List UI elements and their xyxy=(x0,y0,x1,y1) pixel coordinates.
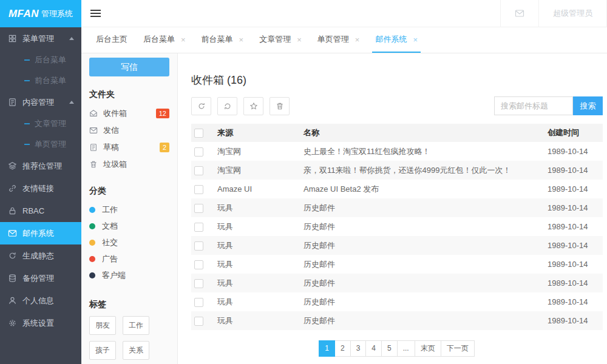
category-label: 文档 xyxy=(102,221,118,232)
sidebar-subitem-label: 单页管理 xyxy=(35,139,66,150)
row-checkbox[interactable] xyxy=(194,298,203,307)
category-dot xyxy=(89,223,95,229)
tag-list: 朋友 工作 孩子 关系 家庭 电影 xyxy=(89,316,169,364)
sidebar-item-label: 生成静态 xyxy=(22,251,54,261)
refresh-button[interactable] xyxy=(191,97,211,115)
row-checkbox[interactable] xyxy=(194,166,203,175)
row-checkbox[interactable] xyxy=(194,260,203,269)
sidebar-item-profile[interactable]: 个人信息 xyxy=(0,289,81,312)
sidebar-item-recommend-management[interactable]: 推荐位管理 xyxy=(0,155,81,177)
row-checkbox[interactable] xyxy=(194,223,203,232)
folder-trash[interactable]: 垃圾箱 xyxy=(89,156,169,173)
row-checkbox[interactable] xyxy=(194,241,203,251)
compose-button[interactable]: 写信 xyxy=(89,58,169,76)
tag-work[interactable]: 工作 xyxy=(123,316,149,335)
tab-backend-menu[interactable]: 后台菜单× xyxy=(140,27,189,53)
search-input[interactable] xyxy=(494,96,573,115)
row-checkbox[interactable] xyxy=(194,185,203,194)
page-ellipsis[interactable]: ... xyxy=(397,340,415,357)
tab-mail-system[interactable]: 邮件系统× xyxy=(372,27,421,53)
category-work[interactable]: 工作 xyxy=(89,201,169,218)
categories-heading: 分类 xyxy=(89,186,169,197)
close-icon[interactable]: × xyxy=(355,35,360,44)
row-checkbox[interactable] xyxy=(194,279,203,288)
tags-heading: 标签 xyxy=(89,299,169,310)
mail-row[interactable]: 玩具 历史邮件 1989-10-14 xyxy=(191,311,603,330)
sidebar-item-page-management[interactable]: 单页管理 xyxy=(0,134,81,155)
close-icon[interactable]: × xyxy=(181,35,186,44)
mail-date: 1989-10-14 xyxy=(544,142,603,161)
sidebar-item-frontend-menu[interactable]: 前台菜单 xyxy=(0,70,81,91)
category-ads[interactable]: 广告 xyxy=(89,251,169,267)
mail-source: 玩具 xyxy=(214,198,300,217)
sidebar-item-generate-static[interactable]: 生成静态 xyxy=(0,244,81,267)
close-icon[interactable]: × xyxy=(239,35,244,44)
category-social[interactable]: 社交 xyxy=(89,234,169,251)
messages-button[interactable] xyxy=(500,0,538,27)
search-group: 搜索 xyxy=(494,96,603,115)
folder-inbox[interactable]: 收件箱 12 xyxy=(89,105,169,122)
sidebar-item-menu-management[interactable]: 菜单管理 xyxy=(0,27,81,50)
sync-button[interactable] xyxy=(217,97,237,115)
mail-row[interactable]: 玩具 历史邮件 1989-10-14 xyxy=(191,236,603,255)
menu-toggle-icon[interactable] xyxy=(90,8,101,19)
page-2[interactable]: 2 xyxy=(334,340,351,357)
row-checkbox[interactable] xyxy=(194,204,203,213)
sidebar-item-backend-menu[interactable]: 后台菜单 xyxy=(0,50,81,70)
sidebar-item-friend-links[interactable]: 友情链接 xyxy=(0,177,81,200)
folder-sent[interactable]: 发信 xyxy=(89,122,169,139)
page-4[interactable]: 4 xyxy=(365,340,382,357)
sidebar-item-backup-management[interactable]: 备份管理 xyxy=(0,267,81,289)
mail-source: 玩具 xyxy=(214,217,300,236)
tag-relations[interactable]: 关系 xyxy=(123,341,149,360)
tab-frontend-menu[interactable]: 前台菜单× xyxy=(198,27,247,53)
sidebar-item-article-management[interactable]: 文章管理 xyxy=(0,113,81,134)
page-last[interactable]: 末页 xyxy=(415,340,441,357)
page-next[interactable]: 下一页 xyxy=(441,340,475,357)
close-icon[interactable]: × xyxy=(297,35,302,44)
mail-row[interactable]: 玩具 历史邮件 1989-10-14 xyxy=(191,198,603,217)
select-all-checkbox[interactable] xyxy=(194,129,203,138)
sidebar-item-label: 友情链接 xyxy=(22,183,54,194)
mail-row[interactable]: 玩具 历史邮件 1989-10-14 xyxy=(191,292,603,311)
category-docs[interactable]: 文档 xyxy=(89,218,169,234)
user-name: 超级管理员 xyxy=(553,8,592,19)
mail-subject: 历史邮件 xyxy=(300,274,544,292)
page-5[interactable]: 5 xyxy=(381,340,398,357)
mail-row[interactable]: 玩具 历史邮件 1989-10-14 xyxy=(191,255,603,274)
mail-source: 淘宝网 xyxy=(214,161,300,180)
mail-date: 1989-10-14 xyxy=(544,292,603,311)
mail-date: 1989-10-14 xyxy=(544,274,603,292)
close-icon[interactable]: × xyxy=(413,35,418,44)
tag-kids[interactable]: 孩子 xyxy=(89,341,116,360)
category-label: 客户端 xyxy=(102,270,126,281)
row-checkbox[interactable] xyxy=(194,147,203,157)
sidebar-item-system-settings[interactable]: 系统设置 xyxy=(0,312,81,334)
row-checkbox[interactable] xyxy=(194,317,203,326)
mail-row[interactable]: Amaze UI Amaze UI Beta2 发布 1989-10-14 xyxy=(191,180,603,198)
tab-home[interactable]: 后台主页 xyxy=(93,27,131,53)
sidebar-item-mail-system[interactable]: 邮件系统 xyxy=(0,222,81,244)
mail-row[interactable]: 玩具 历史邮件 1989-10-14 xyxy=(191,274,603,292)
mail-sidebar: 写信 文件夹 收件箱 12 发信 草稿 2 垃圾箱 分类 工作 文档 xyxy=(81,53,178,364)
mail-date: 1989-10-14 xyxy=(544,236,603,255)
star-button[interactable] xyxy=(243,97,263,115)
tab-article-management[interactable]: 文章管理× xyxy=(256,27,305,53)
search-button[interactable]: 搜索 xyxy=(573,96,603,115)
category-client[interactable]: 客户端 xyxy=(89,267,169,283)
page-3[interactable]: 3 xyxy=(350,340,367,357)
sidebar-item-content-management[interactable]: 内容管理 xyxy=(0,91,81,113)
mail-subject: 历史邮件 xyxy=(300,311,544,330)
document-icon xyxy=(7,98,17,107)
mail-row[interactable]: 玩具 历史邮件 1989-10-14 xyxy=(191,217,603,236)
delete-button[interactable] xyxy=(270,97,290,115)
page-1[interactable]: 1 xyxy=(319,340,335,357)
mail-row[interactable]: 淘宝网 史上最全！淘宝双11红包疯抢攻略！ 1989-10-14 xyxy=(191,142,603,161)
draft-icon xyxy=(89,143,98,152)
tab-page-management[interactable]: 单页管理× xyxy=(314,27,363,53)
folder-drafts[interactable]: 草稿 2 xyxy=(89,139,169,156)
user-menu[interactable]: 超级管理员 xyxy=(538,0,607,27)
mail-row[interactable]: 淘宝网 亲，双11来啦！帮你挑货，还送你4999元红包！仅此一次！ 1989-1… xyxy=(191,161,603,180)
sidebar-item-rbac[interactable]: RBAC xyxy=(0,200,81,222)
tag-friends[interactable]: 朋友 xyxy=(89,316,116,335)
